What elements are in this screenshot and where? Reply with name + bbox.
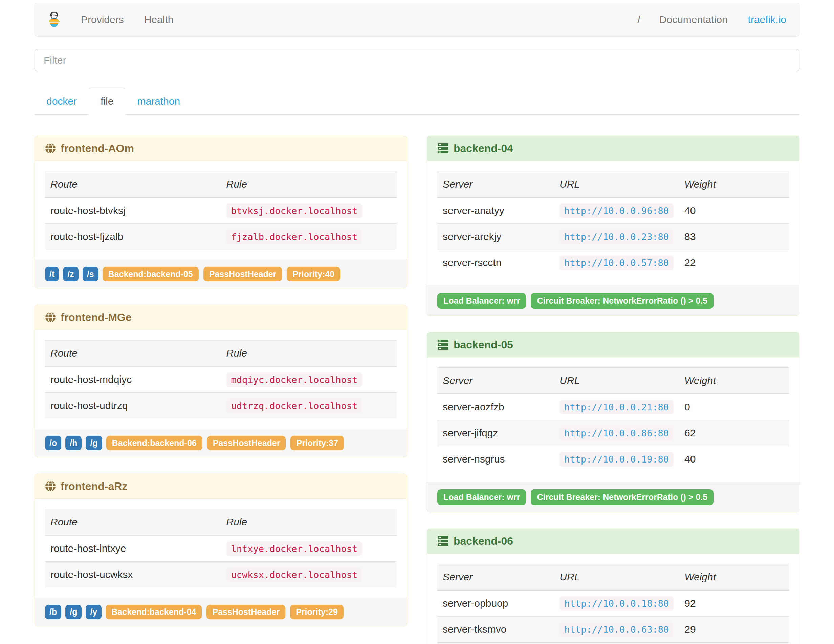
circuit-breaker-badge: Circuit Breaker: NetworkErrorRatio () > … bbox=[531, 293, 713, 309]
server-url: http://10.0.0.63:80 bbox=[559, 622, 674, 637]
entrypoint-badge: /s bbox=[82, 267, 99, 282]
server-icon bbox=[437, 339, 449, 350]
globe-icon bbox=[45, 481, 56, 492]
table-row: route-host-fjzalb fjzalb.docker.localhos… bbox=[45, 224, 397, 250]
route-name: route-host-lntxye bbox=[45, 535, 221, 562]
provider-tabs: docker file marathon bbox=[34, 88, 800, 115]
column-header: Rule bbox=[221, 509, 397, 536]
routes-table: Route Rule route-host-btvksj btvksj.dock… bbox=[45, 171, 397, 249]
server-weight: 0 bbox=[679, 394, 789, 420]
panel-title: frontend-aRz bbox=[61, 479, 127, 494]
entrypoint-badge: /z bbox=[63, 267, 78, 282]
servers-table: Server URL Weight server-opbuop http://1… bbox=[437, 564, 789, 644]
backends-column: backend-04 Server URL Weight server-anat… bbox=[427, 136, 800, 644]
server-weight: 40 bbox=[679, 197, 789, 224]
passhostheader-badge: PassHostHeader bbox=[207, 436, 286, 450]
column-header: URL bbox=[554, 564, 679, 591]
table-row: server-updqmo http://10.0.0.83:80 57 bbox=[437, 642, 789, 644]
table-row: server-anatyy http://10.0.0.96:80 40 bbox=[437, 197, 789, 224]
backend-panel-04: backend-04 Server URL Weight server-anat… bbox=[427, 136, 800, 316]
nav-providers[interactable]: Providers bbox=[71, 14, 134, 25]
entrypoint-badge: /o bbox=[45, 436, 61, 450]
servers-table: Server URL Weight server-aozfzb http://1… bbox=[437, 367, 789, 472]
filter-input[interactable] bbox=[34, 49, 800, 71]
routes-table: Route Rule route-host-lntxye lntxye.dock… bbox=[45, 509, 397, 587]
column-header: URL bbox=[554, 172, 679, 198]
server-weight: 92 bbox=[679, 590, 789, 616]
route-rule: fjzalb.docker.localhost bbox=[226, 230, 362, 244]
server-url: http://10.0.0.18:80 bbox=[559, 596, 674, 611]
server-name: server-updqmo bbox=[437, 642, 554, 644]
server-url: http://10.0.0.86:80 bbox=[559, 426, 674, 440]
frontends-column: frontend-AOm Route Rule route-host-btvks… bbox=[34, 136, 407, 642]
table-row: server-opbuop http://10.0.0.18:80 92 bbox=[437, 590, 789, 616]
column-header: URL bbox=[554, 368, 679, 394]
server-weight: 83 bbox=[679, 224, 789, 250]
table-row: route-host-btvksj btvksj.docker.localhos… bbox=[45, 197, 397, 224]
route-name: route-host-udtrzq bbox=[45, 393, 221, 419]
frontend-panel-MGe: frontend-MGe Route Rule route-host-mdqiy… bbox=[34, 305, 407, 458]
server-weight: 40 bbox=[679, 446, 789, 472]
route-rule: mdqiyc.docker.localhost bbox=[226, 372, 362, 387]
route-rule: lntxye.docker.localhost bbox=[226, 541, 362, 556]
passhostheader-badge: PassHostHeader bbox=[207, 605, 285, 619]
panel-title: frontend-AOm bbox=[61, 141, 134, 155]
priority-badge: Priority:37 bbox=[290, 436, 344, 450]
nav-traefik-io[interactable]: traefik.io bbox=[738, 14, 797, 25]
column-header: Route bbox=[45, 172, 221, 198]
table-row: route-host-mdqiyc mdqiyc.docker.localhos… bbox=[45, 366, 397, 393]
column-header: Server bbox=[437, 172, 554, 198]
entrypoint-badge: /g bbox=[65, 605, 82, 619]
server-url: http://10.0.0.57:80 bbox=[559, 256, 674, 270]
server-weight: 29 bbox=[679, 616, 789, 642]
tab-file[interactable]: file bbox=[89, 88, 125, 115]
routes-table: Route Rule route-host-mdqiyc mdqiyc.dock… bbox=[45, 340, 397, 419]
server-url: http://10.0.0.21:80 bbox=[559, 400, 674, 414]
nav-separator: / bbox=[629, 14, 649, 25]
frontend-panel-AOm: frontend-AOm Route Rule route-host-btvks… bbox=[34, 136, 407, 288]
server-weight: 62 bbox=[679, 420, 789, 446]
globe-icon bbox=[45, 312, 56, 323]
column-header: Route bbox=[45, 509, 221, 536]
server-name: server-arekjy bbox=[437, 224, 554, 250]
column-header: Weight bbox=[679, 368, 789, 394]
table-row: server-arekjy http://10.0.0.23:80 83 bbox=[437, 224, 789, 250]
column-header: Rule bbox=[221, 340, 397, 367]
backend-panel-06: backend-06 Server URL Weight server-opbu… bbox=[427, 529, 800, 644]
table-row: server-nsgrus http://10.0.0.19:80 40 bbox=[437, 446, 789, 472]
server-weight: 22 bbox=[679, 250, 789, 276]
entrypoint-badge: /b bbox=[45, 605, 61, 619]
server-name: server-jifqgz bbox=[437, 420, 554, 446]
column-header: Weight bbox=[679, 564, 789, 591]
server-name: server-anatyy bbox=[437, 197, 554, 224]
table-row: server-tksmvo http://10.0.0.63:80 29 bbox=[437, 616, 789, 642]
panel-title: backend-04 bbox=[454, 141, 513, 155]
frontend-panel-aRz: frontend-aRz Route Rule route-host-lntxy… bbox=[34, 474, 407, 626]
traefik-logo[interactable] bbox=[37, 11, 71, 28]
panel-title: backend-06 bbox=[454, 534, 513, 548]
priority-badge: Priority:40 bbox=[287, 267, 340, 282]
server-icon bbox=[437, 143, 449, 154]
nav-health[interactable]: Health bbox=[134, 14, 184, 25]
tab-marathon[interactable]: marathon bbox=[125, 88, 192, 115]
circuit-breaker-badge: Circuit Breaker: NetworkErrorRatio () > … bbox=[531, 489, 713, 505]
backend-badge: Backend:backend-06 bbox=[106, 436, 202, 450]
globe-icon bbox=[45, 143, 56, 154]
table-row: route-host-ucwksx ucwksx.docker.localhos… bbox=[45, 562, 397, 588]
load-balancer-badge: Load Balancer: wrr bbox=[437, 293, 526, 309]
server-name: server-rscctn bbox=[437, 250, 554, 276]
column-header: Route bbox=[45, 340, 221, 367]
route-rule: ucwksx.docker.localhost bbox=[226, 568, 362, 582]
tab-docker[interactable]: docker bbox=[34, 88, 89, 115]
table-row: server-aozfzb http://10.0.0.21:80 0 bbox=[437, 394, 789, 420]
entrypoint-badge: /g bbox=[86, 436, 102, 450]
nav-documentation[interactable]: Documentation bbox=[649, 14, 738, 25]
table-row: route-host-udtrzq udtrzq.docker.localhos… bbox=[45, 393, 397, 419]
route-rule: udtrzq.docker.localhost bbox=[226, 398, 362, 413]
passhostheader-badge: PassHostHeader bbox=[204, 267, 282, 282]
load-balancer-badge: Load Balancer: wrr bbox=[437, 489, 526, 505]
traefik-mascot-icon bbox=[48, 11, 61, 28]
server-icon bbox=[437, 536, 449, 547]
table-row: route-host-lntxye lntxye.docker.localhos… bbox=[45, 535, 397, 562]
route-name: route-host-fjzalb bbox=[45, 224, 221, 250]
